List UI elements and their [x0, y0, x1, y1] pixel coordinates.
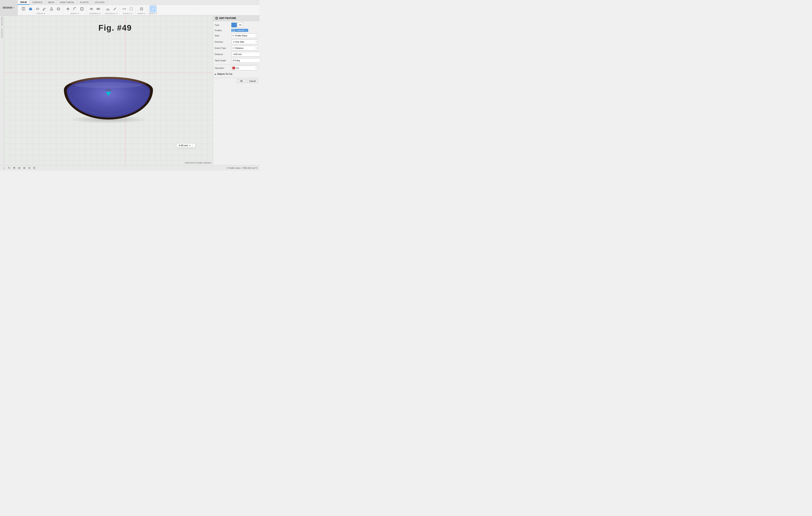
distance-tooltip: -4.00 mm ⋮	[176, 143, 196, 148]
distance-label: Distance	[215, 53, 230, 55]
assemble-btn[interactable]	[95, 6, 102, 12]
cancel-button[interactable]: Cancel	[247, 79, 258, 83]
type-label: Type	[215, 24, 230, 26]
assemble-label: ASSEMBLE	[89, 12, 99, 15]
left-panel: BROWSER COMMENTS	[0, 16, 4, 165]
new-component-btn[interactable]	[20, 6, 27, 12]
inspect-group: INSPECT ▼	[120, 6, 136, 15]
pan-btn[interactable]: ✥	[12, 166, 16, 170]
bowl-container: 4.00	[62, 69, 155, 119]
assemble-group: ASSEMBLE ▼	[87, 6, 103, 15]
profiles-badge[interactable]: 1 selected ✕	[231, 29, 248, 32]
home-view-btn[interactable]: ⌂	[2, 166, 6, 170]
svg-point-11	[57, 8, 60, 9]
revolve-btn[interactable]	[34, 6, 41, 12]
operation-row: Operation Cut ▼	[215, 66, 258, 70]
profiles-control[interactable]: 1 selected ✕	[231, 29, 258, 32]
right-panel: − EDIT FEATURE Type Profiles 1 selected	[213, 16, 259, 165]
tab-utilities[interactable]: UTILITIES	[92, 0, 107, 5]
zoom-btn[interactable]: ⊕	[17, 166, 21, 170]
toolbar-buttons: CREATE ▼ MODIFY	[18, 5, 160, 15]
fig-label: Fig. #49	[98, 23, 132, 32]
loft-btn[interactable]	[48, 6, 55, 12]
extent-type-select[interactable]: Distance ▼	[231, 46, 258, 50]
objects-to-cut-row[interactable]: ▶ Objects To Cut	[215, 72, 258, 76]
svg-point-7	[51, 7, 52, 8]
direction-label: Direction	[215, 41, 230, 43]
tab-solid[interactable]: SOLID	[18, 0, 30, 5]
type-btn-solid[interactable]	[231, 23, 237, 27]
start-chevron-icon: ▼	[255, 35, 257, 37]
measure-btn[interactable]	[121, 6, 127, 12]
direction-row: Direction One Side ▼	[215, 39, 258, 44]
insert-btn[interactable]	[138, 6, 145, 12]
svg-rect-32	[239, 25, 241, 25]
type-control	[231, 23, 258, 27]
extent-type-control: Distance ▼	[231, 46, 258, 50]
type-row: Type	[215, 23, 258, 27]
fillet-btn[interactable]	[71, 6, 78, 12]
tab-surface[interactable]: SURFACE	[30, 0, 45, 5]
create-arrow: ▼	[44, 13, 46, 15]
sweep-btn[interactable]	[41, 6, 48, 12]
svg-rect-16	[81, 7, 83, 10]
comments-label[interactable]: COMMENTS	[1, 27, 3, 39]
svg-marker-13	[67, 10, 68, 10]
construct-label: CONSTRUCT	[105, 12, 116, 15]
tab-plastic[interactable]: PLASTIC	[78, 0, 92, 5]
profiles-label: Profiles	[215, 29, 230, 32]
design-chevron-icon: ▼	[13, 7, 15, 8]
distance-input[interactable]	[231, 52, 259, 57]
construct-arrow: ▼	[116, 13, 118, 15]
footer-buttons: OK Cancel	[237, 79, 258, 83]
viewport[interactable]: Fig. #49 4.00 -4.00 mm ⋮ Hold Ctrl to mo…	[4, 16, 213, 165]
hold-ctrl-hint: Hold Ctrl to modify selection	[185, 162, 211, 164]
create-group: CREATE ▼	[19, 6, 63, 15]
construct-plane-btn[interactable]	[105, 6, 111, 12]
info-button[interactable]: i	[215, 79, 219, 83]
extrude-btn[interactable]	[27, 6, 34, 12]
design-button[interactable]: DESIGN ▼	[0, 0, 18, 15]
design-label: DESIGN	[3, 6, 12, 9]
shell-btn[interactable]	[79, 6, 85, 12]
operation-select[interactable]: Cut ▼	[231, 66, 258, 70]
select-label: SELECT	[149, 12, 155, 15]
construct-axis-btn[interactable]	[112, 6, 118, 12]
svg-point-6	[50, 9, 53, 10]
inspect-label: INSPECT	[123, 12, 130, 15]
start-control: Profile Plane ▼	[231, 33, 258, 38]
tab-strip: SOLID SURFACE MESH SHEET METAL PLASTIC U…	[18, 0, 259, 15]
bowl-inner[interactable]: 4.00	[67, 79, 150, 118]
svg-rect-5	[43, 9, 44, 10]
bowl-outer[interactable]: 4.00	[64, 77, 153, 119]
select-arrow: ▼	[156, 13, 157, 15]
objects-to-cut-label: Objects To Cut	[217, 73, 232, 75]
profiles-clear-btn[interactable]: ✕	[245, 29, 247, 32]
browser-label[interactable]: BROWSER	[1, 16, 3, 27]
orbit-btn[interactable]: ↻	[7, 166, 11, 170]
tooltip-more-icon[interactable]: ⋮	[192, 144, 194, 147]
direction-control: One Side ▼	[231, 39, 258, 44]
panel-content: Type Profiles 1 selected ✕	[213, 21, 259, 78]
type-btn-thin[interactable]	[237, 23, 243, 27]
fit-btn[interactable]: ⊞	[22, 166, 26, 170]
select-btn[interactable]	[150, 6, 156, 12]
tabs-row: SOLID SURFACE MESH SHEET METAL PLASTIC U…	[18, 0, 259, 5]
inspect-btn2[interactable]	[128, 6, 135, 12]
display-settings-btn[interactable]: ☰	[32, 166, 36, 170]
insert-group: INSERT ▼	[136, 6, 147, 15]
taper-angle-input[interactable]	[231, 58, 259, 63]
panel-close-button[interactable]: −	[215, 17, 218, 20]
tooltip-dot	[189, 145, 190, 146]
svg-rect-17	[81, 8, 83, 10]
ok-button[interactable]: OK	[237, 79, 246, 83]
direction-select[interactable]: One Side ▼	[231, 39, 258, 44]
sphere-btn[interactable]	[55, 6, 62, 12]
start-select[interactable]: Profile Plane ▼	[231, 33, 258, 38]
move-btn[interactable]	[65, 6, 71, 12]
joint-btn[interactable]	[88, 6, 95, 12]
tab-sheet-metal[interactable]: SHEET METAL	[57, 0, 77, 5]
grid-toggle-btn[interactable]: ⊡	[27, 166, 31, 170]
tab-mesh[interactable]: MESH	[45, 0, 57, 5]
extent-type-value: Distance	[235, 47, 243, 49]
